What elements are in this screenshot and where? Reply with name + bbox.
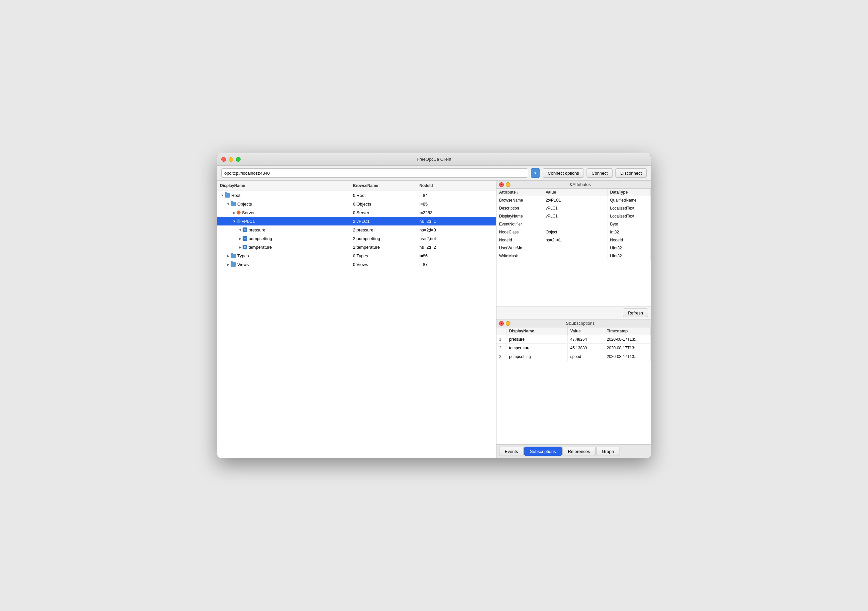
- tree-panel: DisplayName BrowseName NodeId ▼ Root 0:R…: [217, 181, 496, 458]
- attr-value: [543, 252, 608, 260]
- tree-cell-nodeid: ns=2;i=2: [417, 243, 483, 251]
- subscriptions-minimize-button[interactable]: [506, 321, 510, 326]
- attr-name: DisplayName: [496, 212, 543, 220]
- close-button[interactable]: [221, 157, 226, 162]
- tree-row[interactable]: ▶ Types 0:Types i=86: [217, 251, 496, 260]
- attr-value: [543, 244, 608, 252]
- disconnect-button[interactable]: Disconnect: [615, 169, 647, 178]
- attr-datatype: UInt32: [608, 244, 651, 252]
- tree-expand-arrow: ▶: [238, 245, 243, 249]
- url-input[interactable]: [221, 169, 528, 178]
- tree-expand-arrow: ▶: [238, 237, 243, 240]
- subscriptions-table: DisplayName Value Timestamp 1 pressure 4…: [496, 328, 651, 444]
- tree-expand-arrow: ▶: [226, 263, 231, 266]
- tab-references[interactable]: References: [562, 447, 595, 456]
- attr-datatype: Byte: [608, 220, 651, 228]
- tree-row[interactable]: ▶ Server 0:Server i=2253: [217, 208, 496, 217]
- subscriptions-close-button[interactable]: ×: [499, 321, 504, 326]
- tree-expand-arrow: ▼: [232, 220, 237, 223]
- attributes-panel-header: × &Attributes: [496, 181, 651, 189]
- tab-events[interactable]: Events: [499, 447, 524, 456]
- orange-circle-icon: [237, 210, 240, 215]
- attr-row[interactable]: DisplayName vPLC1 LocalizedText: [496, 212, 651, 220]
- tab-graph[interactable]: Graph: [596, 447, 619, 456]
- sub-name: pumpsetting: [507, 352, 567, 360]
- maximize-button[interactable]: [236, 157, 240, 162]
- folder-icon: [231, 202, 236, 206]
- attributes-panel-title: &Attributes: [512, 182, 648, 187]
- attr-value: vPLC1: [543, 204, 608, 212]
- attr-datatype: UInt32: [608, 252, 651, 260]
- sub-col-name: DisplayName: [507, 328, 567, 335]
- attr-row[interactable]: BrowseName 2:vPLC1 QualifiedName: [496, 196, 651, 204]
- chevron-down-icon: ▾: [534, 171, 536, 175]
- right-panel: × &Attributes Attribute ↓ Value DataType: [496, 181, 651, 458]
- tree-cell-display: ▼ vPLC1: [217, 217, 350, 226]
- tree-cell-browse: 2:pumpsetting: [350, 234, 417, 243]
- attr-name: Description: [496, 204, 543, 212]
- attr-row[interactable]: NodeId ns=2;i=1 NodeId: [496, 236, 651, 244]
- sub-timestamp: 2020-08-17T13:...: [604, 335, 651, 343]
- tree-row[interactable]: ▶ temperature 2:temperature ns=2;i=2: [217, 243, 496, 251]
- attributes-table-header: Attribute ↓ Value DataType: [496, 189, 651, 196]
- tree-cell-nodeid: i=85: [417, 200, 483, 208]
- tree-cell-nodeid: i=87: [417, 260, 483, 269]
- tree-row[interactable]: ▼ Root 0:Root i=84: [217, 191, 496, 200]
- attr-name: NodeClass: [496, 228, 543, 236]
- variable-icon: [243, 245, 247, 249]
- tree-row[interactable]: ▶ pumpsetting 2:pumpsetting ns=2;i=4: [217, 234, 496, 243]
- attributes-footer: Refresh: [496, 306, 651, 319]
- tree-header: DisplayName BrowseName NodeId: [217, 181, 496, 191]
- tree-row-vplc1[interactable]: ▼ vPLC1 2:vPLC1 ns=2;i=1: [217, 217, 496, 226]
- folder-icon: [225, 193, 230, 198]
- tree-cell-display: ▶ temperature: [217, 243, 350, 251]
- tree-cell-nodeid: ns=2;i=1: [417, 217, 483, 226]
- tree-col-nodeid: NodeId: [417, 182, 483, 189]
- tree-row[interactable]: ▶ Views 0:Views i=87: [217, 260, 496, 269]
- attr-datatype: LocalizedText: [608, 204, 651, 212]
- attr-datatype: Int32: [608, 228, 651, 236]
- subscriptions-panel-header: × S&ubscriptions: [496, 319, 651, 328]
- attr-row[interactable]: Description vPLC1 LocalizedText: [496, 204, 651, 212]
- tab-subscriptions[interactable]: Subscriptions: [524, 447, 562, 456]
- main-content: DisplayName BrowseName NodeId ▼ Root 0:R…: [217, 181, 651, 458]
- tree-cell-display: ▶ Types: [217, 251, 350, 260]
- variable-icon: [243, 227, 247, 232]
- tree-row[interactable]: ▼ pressure 2:pressure ns=2;i=3: [217, 226, 496, 234]
- refresh-button[interactable]: Refresh: [623, 308, 648, 317]
- attributes-minimize-button[interactable]: [506, 182, 510, 187]
- minimize-button[interactable]: [229, 157, 233, 162]
- tree-cell-browse: 0:Objects: [350, 200, 417, 208]
- sub-col-num: [496, 328, 507, 335]
- url-dropdown-button[interactable]: ▾: [531, 169, 540, 178]
- attr-row[interactable]: NodeClass Object Int32: [496, 228, 651, 236]
- sort-arrow-icon: ↓: [517, 190, 518, 194]
- connect-button[interactable]: Connect: [586, 169, 612, 178]
- tree-cell-nodeid: ns=2;i=4: [417, 234, 483, 243]
- subscription-row[interactable]: 2 temperature 45.13889 2020-08-17T13:...: [496, 344, 651, 352]
- tree-cell-display: ▶ pumpsetting: [217, 234, 350, 243]
- attr-row[interactable]: UserWriteMa… UInt32: [496, 244, 651, 252]
- tree-cell-browse: 0:Types: [350, 251, 417, 260]
- attr-datatype: NodeId: [608, 236, 651, 244]
- tree-cell-nodeid: ns=2;i=3: [417, 226, 483, 234]
- attr-row[interactable]: EventNotifier Byte: [496, 220, 651, 228]
- attr-name: EventNotifier: [496, 220, 543, 228]
- attr-row[interactable]: WriteMask UInt32: [496, 252, 651, 260]
- attributes-close-button[interactable]: ×: [499, 182, 504, 187]
- sub-col-timestamp: Timestamp: [604, 328, 651, 335]
- tree-cell-nodeid: i=84: [417, 191, 483, 200]
- tree-col-displayname: DisplayName: [217, 182, 350, 189]
- subscription-row[interactable]: 3 pumpsetting speed 2020-08-17T13:...: [496, 352, 651, 361]
- tree-row[interactable]: ▼ Objects 0:Objects i=85: [217, 200, 496, 208]
- subscription-row[interactable]: 1 pressure 47.48264 2020-08-17T13:...: [496, 335, 651, 344]
- tree-cell-browse: 2:vPLC1: [350, 217, 417, 226]
- attr-value: ns=2;i=1: [543, 236, 608, 244]
- sub-col-value: Value: [567, 328, 604, 335]
- sub-num: 1: [496, 335, 507, 343]
- variable-icon: [243, 236, 247, 241]
- subscriptions-panel-title: S&ubscriptions: [512, 321, 648, 326]
- attr-col-header: Attribute ↓: [496, 189, 543, 196]
- attr-value: 2:vPLC1: [543, 196, 608, 204]
- connect-options-button[interactable]: Connect options: [542, 169, 584, 178]
